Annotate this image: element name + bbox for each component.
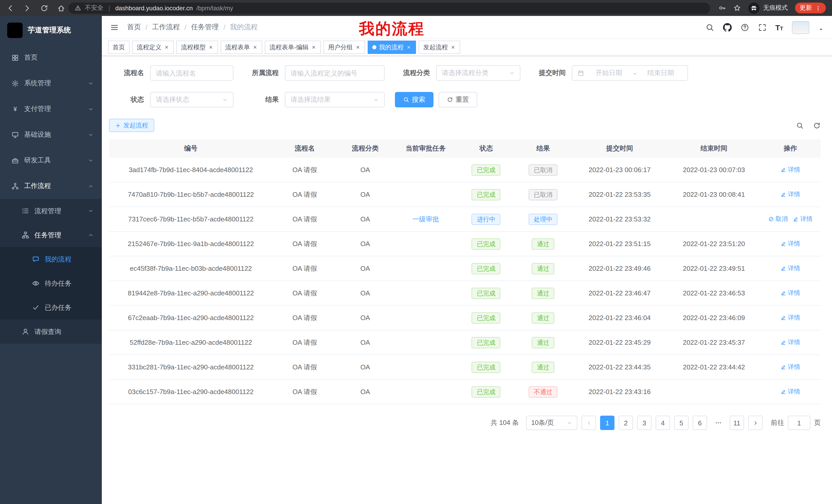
cancel-button[interactable]: 取消 <box>768 215 788 223</box>
tab-process-form-edit[interactable]: 流程表单-编辑 <box>265 40 321 54</box>
page-button-2[interactable]: 2 <box>619 416 633 430</box>
detail-button[interactable]: 详情 <box>781 165 800 174</box>
detail-button[interactable]: 详情 <box>781 313 800 322</box>
github-icon[interactable] <box>723 23 731 32</box>
detail-button[interactable]: 详情 <box>781 387 800 396</box>
column-header: 编号 <box>109 144 273 153</box>
page-button-11[interactable]: 11 <box>730 416 744 430</box>
table-refresh-icon[interactable] <box>813 121 821 129</box>
fullscreen-icon[interactable] <box>758 23 766 32</box>
create-process-button[interactable]: 发起流程 <box>109 119 154 132</box>
prev-page-button[interactable] <box>581 416 596 430</box>
tab-process-form[interactable]: 流程表单 <box>220 40 262 54</box>
gear-icon <box>11 79 19 87</box>
sidebar-item-task-management[interactable]: 任务管理 <box>0 223 102 247</box>
goto-page-input[interactable] <box>788 416 810 430</box>
sidebar-item-infrastructure[interactable]: 基础设施 <box>0 122 102 147</box>
update-button[interactable]: 更新 <box>795 3 826 13</box>
cell-process-name: OA 请假 <box>273 165 337 174</box>
current-task-link[interactable]: 一级审批 <box>412 215 439 223</box>
result-select[interactable]: 请选择流结果 <box>285 92 385 107</box>
hamburger-icon[interactable] <box>110 23 119 32</box>
chevron-down-icon <box>88 80 94 86</box>
cell-operations: 详情 <box>760 190 821 199</box>
sidebar-item-home[interactable]: 首页 <box>0 45 102 71</box>
sidebar-item-devtools[interactable]: 研发工具 <box>0 147 102 173</box>
page-button-4[interactable]: 4 <box>656 416 670 430</box>
close-icon[interactable] <box>164 45 169 50</box>
process-definition-input[interactable] <box>285 65 385 81</box>
tab-process-definition[interactable]: 流程定义 <box>132 40 174 54</box>
tab-user-group[interactable]: 用户分组 <box>323 40 365 54</box>
sidebar-item-process-management[interactable]: 流程管理 <box>0 199 102 223</box>
process-name-input[interactable] <box>150 65 233 81</box>
password-key-icon[interactable] <box>718 4 726 12</box>
detail-button[interactable]: 详情 <box>781 190 800 199</box>
search-button[interactable]: 搜索 <box>395 92 434 107</box>
breadcrumb-item[interactable]: 任务管理 <box>191 23 219 32</box>
status-select[interactable]: 请选择状态 <box>150 92 233 107</box>
toggle-search-icon[interactable] <box>796 121 804 129</box>
breadcrumb-item[interactable]: 工作流程 <box>152 23 180 32</box>
help-icon[interactable] <box>740 23 749 32</box>
close-icon[interactable] <box>208 45 213 50</box>
reload-icon[interactable] <box>40 4 48 12</box>
table-header-row: 编号流程名流程分类当前审批任务状态结果提交时间结束时间操作 <box>109 139 821 158</box>
tab-start-process[interactable]: 发起流程 <box>419 40 460 54</box>
user-avatar[interactable] <box>792 21 809 34</box>
table-row: 7470a810-7b9b-11ec-b5b7-acde48001122OA 请… <box>109 183 821 207</box>
sidebar-item-todo-tasks[interactable]: 待办任务 <box>0 271 102 296</box>
forward-icon[interactable] <box>23 4 31 12</box>
page-size-select[interactable]: 10条/页 <box>526 416 577 430</box>
sidebar-item-system[interactable]: 系统管理 <box>0 71 102 96</box>
cell-operations: 详情 <box>760 264 821 273</box>
detail-button[interactable]: 详情 <box>781 338 800 347</box>
process-category-select[interactable]: 请选择流程分类 <box>436 65 520 81</box>
menu-dots-icon <box>815 5 821 11</box>
reset-button[interactable]: 重置 <box>439 92 477 107</box>
next-page-button[interactable] <box>748 416 762 430</box>
sidebar-item-leave-query[interactable]: 请假查询 <box>0 319 102 344</box>
url-host: dashboard.yudao.iocoder.cn <box>115 4 193 11</box>
cell-submit-time: 2022-01-23 00:06:17 <box>572 166 668 174</box>
address-bar[interactable]: 不安全 | dashboard.yudao.iocoder.cn/bpm/tas… <box>69 2 710 13</box>
detail-button[interactable]: 详情 <box>781 289 800 298</box>
close-icon[interactable] <box>450 45 456 50</box>
cell-category: OA <box>337 264 394 272</box>
page-button-5[interactable]: 5 <box>674 416 688 430</box>
pages-ellipsis[interactable] <box>711 416 726 430</box>
chevron-down-icon[interactable] <box>818 26 824 32</box>
page-button-3[interactable]: 3 <box>637 416 651 430</box>
cell-id: 3ad174fb-7b9d-11ec-8404-acde48001122 <box>109 166 273 174</box>
cell-id: 7470a810-7b9b-11ec-b5b7-acde48001122 <box>109 191 273 198</box>
bookmark-star-icon[interactable] <box>733 4 741 12</box>
page-button-6[interactable]: 6 <box>693 416 707 430</box>
close-icon[interactable] <box>355 45 361 50</box>
close-icon[interactable] <box>406 45 411 50</box>
tab-home[interactable]: 首页 <box>108 40 130 54</box>
home-icon[interactable] <box>57 4 65 12</box>
sidebar-logo[interactable]: 芋道管理系统 <box>0 16 102 45</box>
close-icon[interactable] <box>253 45 258 50</box>
page-button-1[interactable]: 1 <box>600 416 615 430</box>
submit-time-range-picker[interactable]: 开始日期 - 结束日期 <box>572 65 688 81</box>
cell-submit-time: 2022-01-22 23:43:16 <box>572 388 668 396</box>
detail-button[interactable]: 详情 <box>793 215 812 223</box>
result-badge: 处理中 <box>529 214 557 225</box>
tab-my-process[interactable]: 我的流程 <box>368 40 416 54</box>
breadcrumb-item[interactable]: 首页 <box>127 23 141 32</box>
sidebar-item-done-tasks[interactable]: 已办任务 <box>0 296 102 319</box>
close-icon[interactable] <box>311 45 316 50</box>
detail-button[interactable]: 详情 <box>781 240 800 248</box>
tab-process-model[interactable]: 流程模型 <box>176 40 218 54</box>
detail-button[interactable]: 详情 <box>781 264 800 273</box>
back-icon[interactable] <box>6 4 15 12</box>
status-badge: 已完成 <box>472 164 501 175</box>
breadcrumb-item: 我的流程 <box>230 23 258 32</box>
sidebar-item-workflow[interactable]: 工作流程 <box>0 173 102 199</box>
sidebar-item-my-process[interactable]: 我的流程 <box>0 247 102 271</box>
search-icon[interactable] <box>705 23 714 32</box>
detail-button[interactable]: 详情 <box>781 363 800 371</box>
sidebar-item-payment[interactable]: 支付管理 <box>0 96 102 122</box>
font-size-icon[interactable]: TT <box>775 23 783 32</box>
